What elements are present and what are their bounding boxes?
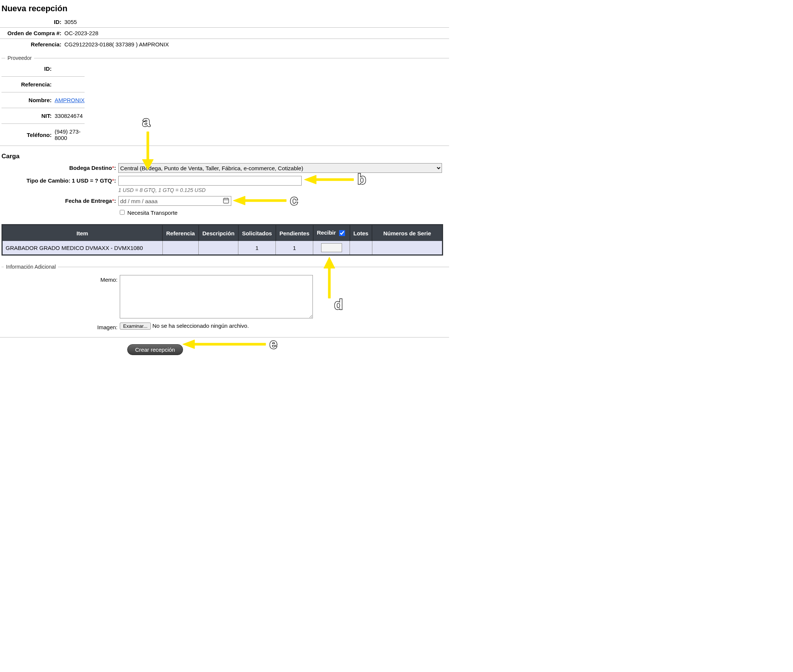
prov-id-value — [54, 63, 88, 74]
page-title: Nueva recepción — [2, 4, 449, 13]
id-label: ID: — [2, 16, 64, 27]
th-lotes: Lotes — [350, 225, 372, 242]
th-solicitados: Solicitados — [239, 225, 276, 242]
recibir-qty-input[interactable] — [321, 243, 342, 252]
cell-lotes — [350, 241, 372, 255]
carga-section-title: Carga — [2, 153, 449, 160]
annotation-letter-e: e — [269, 336, 277, 352]
cell-solicitados: 1 — [239, 241, 276, 255]
prov-id-label: ID: — [2, 63, 54, 74]
bodega-destino-select[interactable]: Central (Bodega, Punto de Venta, Taller,… — [118, 163, 442, 173]
cell-serie — [372, 241, 443, 255]
no-file-text: No se ha seleccionado ningún archivo. — [152, 323, 249, 329]
cell-item: GRABADOR GRADO MEDICO DVMAXX - DVMX1080 — [2, 241, 163, 255]
info-adicional-legend: Información Adicional — [4, 264, 58, 270]
oc-value: OC-2023-228 — [64, 28, 101, 38]
tipo-cambio-label: Tipo de Cambio: 1 USD = ? GTQ — [27, 178, 112, 184]
transporte-label: Necesita Transporte — [127, 210, 177, 216]
cell-recibir — [313, 241, 350, 255]
prov-nombre-link[interactable]: AMPRONIX — [54, 97, 85, 103]
header-info: ID: 3055 — [2, 16, 80, 27]
cell-referencia — [162, 241, 199, 255]
ref-value: CG29122023-0188( 337389 ) AMPRONIX — [64, 39, 172, 50]
th-descripcion: Descripción — [199, 225, 239, 242]
tipo-cambio-helper: 1 USD = 8 GTQ, 1 GTQ = 0.125 USD — [118, 187, 449, 193]
cell-descripcion — [199, 241, 239, 255]
prov-nit-label: NIT: — [2, 110, 54, 121]
items-table: Item Referencia Descripción Solicitados … — [2, 224, 443, 256]
prov-tel-value: (949) 273-8000 — [54, 126, 88, 143]
th-pendientes: Pendientes — [276, 225, 313, 242]
fecha-entrega-input[interactable] — [118, 196, 231, 206]
crear-recepcion-button[interactable]: Crear recepción — [127, 344, 183, 355]
tipo-cambio-input[interactable] — [118, 176, 302, 186]
info-adicional-fieldset: Información Adicional Memo: Imagen: Exam… — [2, 264, 449, 333]
ref-label: Referencia: — [2, 39, 64, 50]
prov-ref-value — [54, 79, 88, 90]
th-referencia: Referencia — [162, 225, 199, 242]
prov-nombre-label: Nombre: — [2, 94, 54, 106]
prov-nit-value: 330824674 — [54, 110, 88, 121]
fecha-label: Fecha de Entrega — [65, 198, 112, 204]
prov-ref-label: Referencia: — [2, 79, 54, 90]
transporte-label-wrap[interactable]: Necesita Transporte — [118, 210, 177, 216]
memo-label: Memo: — [100, 277, 117, 283]
cell-pendientes: 1 — [276, 241, 313, 255]
proveedor-fieldset: Proveedor ID: Referencia: Nombre: AMPRON… — [2, 55, 449, 143]
oc-label: Orden de Compra #: — [2, 28, 64, 38]
prov-tel-label: Teléfono: — [2, 126, 54, 143]
proveedor-legend: Proveedor — [5, 55, 34, 61]
id-value: 3055 — [64, 16, 80, 27]
bodega-label: Bodega Destino — [69, 165, 112, 171]
examinar-button[interactable]: Examinar... — [120, 323, 151, 330]
th-recibir: Recibir — [313, 225, 350, 242]
imagen-label: Imagen: — [97, 324, 117, 330]
th-item: Item — [2, 225, 163, 242]
necesita-transporte-checkbox[interactable] — [120, 210, 125, 215]
recibir-all-checkbox[interactable] — [339, 230, 345, 236]
memo-textarea[interactable] — [120, 275, 313, 318]
table-row: GRABADOR GRADO MEDICO DVMAXX - DVMX1080 … — [2, 241, 443, 255]
th-serie: Números de Serie — [372, 225, 443, 242]
